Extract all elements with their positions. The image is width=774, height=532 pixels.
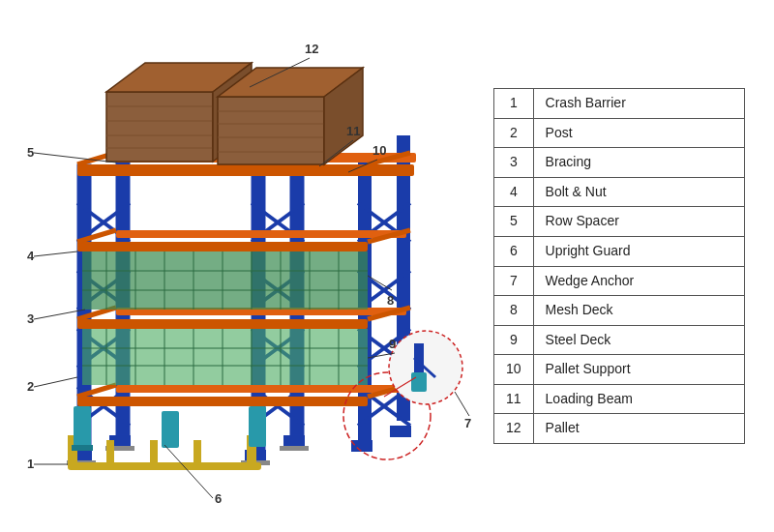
table-row: 10Pallet Support bbox=[494, 355, 745, 385]
table-row: 1Crash Barrier bbox=[494, 88, 745, 118]
part-number: 11 bbox=[494, 384, 534, 414]
part-name: Row Spacer bbox=[533, 207, 744, 237]
svg-text:5: 5 bbox=[27, 145, 34, 160]
part-name: Crash Barrier bbox=[533, 88, 744, 118]
table-row: 4Bolt & Nut bbox=[494, 177, 745, 207]
svg-text:11: 11 bbox=[346, 124, 360, 138]
part-number: 7 bbox=[494, 266, 534, 296]
table-row: 7Wedge Anchor bbox=[494, 266, 745, 296]
part-number: 6 bbox=[494, 236, 534, 266]
svg-rect-34 bbox=[77, 397, 368, 406]
part-number: 12 bbox=[494, 414, 534, 444]
svg-rect-102 bbox=[194, 440, 201, 464]
svg-rect-100 bbox=[106, 440, 114, 464]
svg-rect-101 bbox=[150, 440, 158, 464]
svg-text:6: 6 bbox=[215, 491, 222, 506]
part-name: Wedge Anchor bbox=[533, 266, 744, 296]
part-name: Steel Deck bbox=[533, 325, 744, 355]
part-name: Mesh Deck bbox=[533, 296, 744, 326]
part-name: Pallet Support bbox=[533, 355, 744, 385]
svg-text:12: 12 bbox=[305, 42, 318, 56]
svg-rect-38 bbox=[116, 385, 406, 393]
table-row: 5Row Spacer bbox=[494, 207, 745, 237]
part-number: 4 bbox=[494, 177, 534, 207]
part-number: 9 bbox=[494, 325, 534, 355]
parts-table: 1Crash Barrier2Post3Bracing4Bolt & Nut5R… bbox=[493, 88, 745, 444]
svg-text:7: 7 bbox=[464, 416, 471, 430]
svg-text:3: 3 bbox=[27, 311, 34, 326]
part-number: 8 bbox=[494, 296, 534, 326]
part-number: 1 bbox=[494, 88, 534, 118]
svg-rect-59 bbox=[82, 329, 368, 385]
diagram-area: 1 2 3 4 5 6 7 8 9 bbox=[10, 10, 474, 522]
svg-text:8: 8 bbox=[387, 293, 394, 308]
table-row: 8Mesh Deck bbox=[494, 296, 745, 326]
part-name: Pallet bbox=[533, 414, 744, 444]
table-row: 6Upright Guard bbox=[494, 236, 745, 266]
svg-rect-71 bbox=[106, 92, 213, 162]
svg-rect-31 bbox=[77, 164, 414, 176]
table-row: 2Post bbox=[494, 118, 745, 148]
svg-rect-96 bbox=[390, 426, 411, 437]
part-name: Bracing bbox=[533, 148, 744, 178]
svg-rect-111 bbox=[411, 372, 427, 392]
svg-rect-33 bbox=[77, 319, 368, 329]
svg-rect-79 bbox=[218, 97, 324, 164]
svg-text:1: 1 bbox=[27, 457, 34, 471]
svg-text:2: 2 bbox=[27, 379, 34, 394]
svg-rect-47 bbox=[82, 251, 368, 310]
table-row: 11Loading Beam bbox=[494, 384, 745, 414]
svg-rect-106 bbox=[162, 411, 179, 448]
table-row: 9Steel Deck bbox=[494, 325, 745, 355]
svg-rect-32 bbox=[77, 242, 368, 251]
svg-text:9: 9 bbox=[389, 337, 396, 351]
part-name: Bolt & Nut bbox=[533, 177, 744, 207]
table-row: 12Pallet bbox=[494, 414, 745, 444]
table-row: 3Bracing bbox=[494, 148, 745, 178]
part-name: Loading Beam bbox=[533, 384, 744, 414]
svg-text:10: 10 bbox=[372, 143, 386, 158]
svg-rect-94 bbox=[280, 446, 309, 451]
svg-rect-36 bbox=[116, 230, 406, 238]
part-name: Post bbox=[533, 118, 744, 148]
part-number: 3 bbox=[494, 148, 534, 178]
part-number: 10 bbox=[494, 355, 534, 385]
main-container: 1 2 3 4 5 6 7 8 9 bbox=[0, 0, 774, 532]
part-number: 5 bbox=[494, 207, 534, 237]
svg-rect-104 bbox=[72, 445, 93, 451]
svg-text:4: 4 bbox=[27, 249, 35, 263]
svg-rect-95 bbox=[351, 440, 372, 452]
svg-rect-105 bbox=[249, 406, 266, 447]
part-name: Upright Guard bbox=[533, 236, 744, 266]
svg-rect-98 bbox=[68, 462, 261, 470]
part-number: 2 bbox=[494, 118, 534, 148]
svg-rect-103 bbox=[74, 406, 91, 447]
parts-table-area: 1Crash Barrier2Post3Bracing4Bolt & Nut5R… bbox=[474, 10, 764, 522]
svg-rect-93 bbox=[283, 435, 305, 447]
